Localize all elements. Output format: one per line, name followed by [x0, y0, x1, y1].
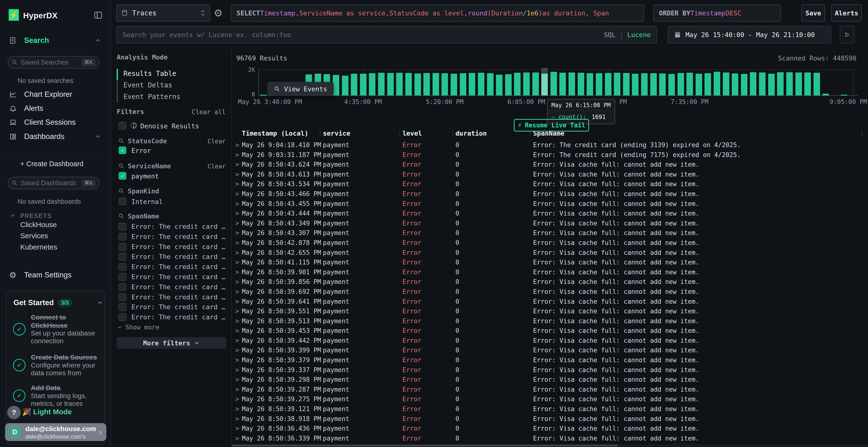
row-expand-chevron-icon[interactable]: >: [235, 425, 239, 432]
row-expand-chevron-icon[interactable]: >: [235, 386, 239, 393]
get-started-step[interactable]: ✓ Connect to ClickHouse Set up your data…: [13, 313, 98, 345]
row-expand-chevron-icon[interactable]: >: [235, 269, 239, 276]
row-expand-chevron-icon[interactable]: >: [235, 317, 239, 325]
table-row[interactable]: >May 26 8:50:39.337 PMpaymentError0Error…: [232, 365, 868, 375]
histogram-bar[interactable]: [505, 74, 512, 95]
more-filters-button[interactable]: More filters: [117, 337, 226, 349]
table-row[interactable]: >May 26 8:50:41.115 PMpaymentError0Error…: [232, 258, 868, 268]
filter-group-name[interactable]: StatusCode: [128, 137, 167, 145]
row-expand-chevron-icon[interactable]: >: [235, 229, 239, 237]
table-row[interactable]: >May 26 8:50:39.399 PMpaymentError0Error…: [232, 346, 868, 355]
row-expand-chevron-icon[interactable]: >: [235, 366, 239, 374]
histogram-bar[interactable]: [669, 74, 675, 95]
get-started-step[interactable]: ✓ Add Data Start sending logs, metrics, …: [13, 384, 98, 408]
row-expand-chevron-icon[interactable]: >: [235, 288, 239, 295]
row-expand-chevron-icon[interactable]: >: [235, 396, 239, 403]
histogram-bar[interactable]: [414, 73, 421, 95]
row-expand-chevron-icon[interactable]: >: [235, 308, 239, 315]
row-expand-chevron-icon[interactable]: >: [235, 151, 239, 159]
row-expand-chevron-icon[interactable]: >: [235, 337, 239, 344]
filter-option[interactable]: Error: The credit card …: [111, 221, 231, 232]
spankind-internal-checkbox[interactable]: [119, 198, 126, 205]
row-expand-chevron-icon[interactable]: >: [235, 249, 239, 256]
filter-option-label[interactable]: payment: [131, 172, 159, 180]
row-expand-chevron-icon[interactable]: >: [235, 259, 239, 266]
histogram-bar[interactable]: [451, 74, 457, 95]
saved-searches-input[interactable]: Saved Searches ⌘K: [8, 56, 99, 69]
create-dashboard-button[interactable]: + Create Dashboard: [20, 160, 84, 168]
sidebar-item-client-sessions[interactable]: Client Sessions: [0, 117, 111, 127]
table-row[interactable]: >May 26 8:50:43.534 PMpaymentError0Error…: [232, 179, 868, 189]
histogram-bar[interactable]: [405, 73, 412, 95]
table-row[interactable]: >May 26 8:50:43.307 PMpaymentError0Error…: [232, 228, 868, 238]
table-row[interactable]: >May 26 8:50:43.444 PMpaymentError0Error…: [232, 209, 868, 219]
row-expand-chevron-icon[interactable]: >: [235, 298, 239, 305]
table-row[interactable]: >May 26 9:03:31.187 PMpaymentError0Error…: [232, 150, 868, 160]
histogram-bar[interactable]: [487, 73, 494, 95]
histogram-bar[interactable]: [650, 73, 657, 95]
filter-group-name[interactable]: ServiceName: [128, 162, 171, 170]
table-row[interactable]: >May 26 8:50:39.121 PMpaymentError0Error…: [232, 404, 868, 414]
row-expand-chevron-icon[interactable]: >: [235, 161, 239, 168]
row-expand-chevron-icon[interactable]: >: [235, 200, 239, 207]
histogram-bar[interactable]: [433, 73, 439, 95]
filter-option[interactable]: Error: The credit card …: [111, 242, 231, 252]
histogram-bar[interactable]: [424, 73, 430, 95]
filter-option[interactable]: Error: The credit card …: [111, 312, 231, 322]
filter-group-name[interactable]: SpanKind: [128, 187, 159, 195]
row-expand-chevron-icon[interactable]: >: [235, 239, 239, 246]
histogram-bar[interactable]: [678, 73, 684, 95]
checkbox[interactable]: [119, 253, 126, 261]
column-header-service[interactable]: service: [323, 130, 350, 137]
filter-group-name[interactable]: SpanName: [128, 212, 159, 220]
clear-button[interactable]: Clear: [208, 163, 226, 170]
histogram-bar[interactable]: [705, 73, 711, 95]
histogram-bar[interactable]: [750, 72, 756, 95]
scrollbar-thumb[interactable]: [232, 445, 618, 447]
histogram-bar[interactable]: [541, 74, 548, 95]
histogram-bar[interactable]: [796, 72, 802, 95]
filter-option[interactable]: Error: The credit card …: [111, 292, 231, 302]
table-row[interactable]: >May 26 8:50:39.856 PMpaymentError0Error…: [232, 277, 868, 287]
chevron-up-icon[interactable]: [97, 299, 103, 306]
histogram-bar[interactable]: [578, 73, 584, 95]
sidebar-item-alerts[interactable]: Alerts: [0, 104, 111, 113]
table-row[interactable]: >May 26 9:04:18.410 PMpaymentError0Error…: [232, 140, 868, 150]
presets-header[interactable]: PRESETS: [20, 212, 52, 219]
collapse-sidebar-icon[interactable]: [94, 10, 103, 20]
table-row[interactable]: >May 26 8:50:39.641 PMpaymentError0Error…: [232, 297, 868, 307]
histogram-bar[interactable]: [568, 72, 575, 95]
checkbox[interactable]: [119, 283, 126, 291]
table-row[interactable]: >May 26 8:50:39.901 PMpaymentError0Error…: [232, 268, 868, 277]
histogram-bar[interactable]: [695, 74, 702, 95]
row-expand-chevron-icon[interactable]: >: [235, 376, 239, 383]
column-header-timestamp[interactable]: Timestamp (Local): [242, 130, 308, 137]
row-expand-chevron-icon[interactable]: >: [235, 220, 239, 227]
histogram-bar[interactable]: [641, 73, 648, 95]
histogram-bar[interactable]: [659, 73, 666, 95]
histogram-bar[interactable]: [623, 73, 629, 95]
histogram-bar[interactable]: [342, 76, 348, 95]
show-more-button[interactable]: Show more: [117, 324, 159, 331]
histogram-bar[interactable]: [387, 73, 394, 95]
mode-event-patterns[interactable]: Event Patterns: [117, 91, 180, 103]
checkbox[interactable]: [119, 294, 126, 301]
histogram-bar[interactable]: [514, 73, 521, 95]
histogram-bar[interactable]: [804, 72, 811, 95]
table-row[interactable]: >May 26 8:50:39.551 PMpaymentError0Error…: [232, 307, 868, 316]
chevron-up-icon[interactable]: [94, 133, 101, 140]
column-header-duration[interactable]: duration: [456, 130, 487, 137]
table-row[interactable]: >May 26 8:50:39.275 PMpaymentError0Error…: [232, 394, 868, 404]
histogram-bar[interactable]: [369, 73, 375, 95]
histogram-bar[interactable]: [559, 73, 566, 95]
resume-live-tail-button[interactable]: ⚡ Resume Live Tail: [514, 119, 589, 132]
row-expand-chevron-icon[interactable]: >: [235, 190, 239, 198]
histogram-bar[interactable]: [786, 72, 793, 95]
histogram-bar[interactable]: [523, 72, 530, 95]
table-row[interactable]: >May 26 8:50:38.918 PMpaymentError0Error…: [232, 414, 868, 424]
histogram-bar[interactable]: [460, 73, 466, 95]
chevron-down-icon[interactable]: [10, 212, 16, 219]
histogram-bar[interactable]: [605, 73, 612, 95]
histogram-bar[interactable]: [841, 95, 847, 95]
horizontal-scrollbar[interactable]: [232, 444, 868, 447]
